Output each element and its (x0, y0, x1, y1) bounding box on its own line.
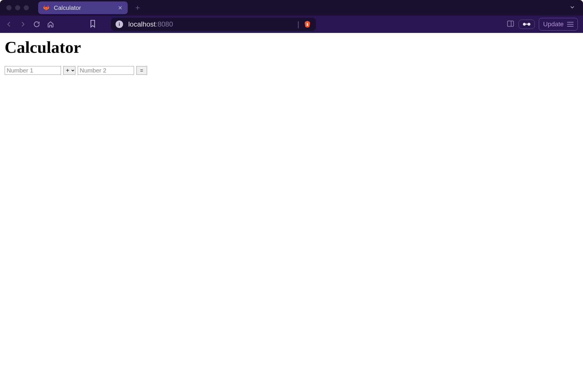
bookmark-button[interactable] (89, 19, 96, 29)
number-2-input[interactable] (78, 66, 134, 75)
new-tab-button[interactable]: + (135, 3, 140, 12)
home-button[interactable] (47, 20, 54, 28)
svg-rect-0 (508, 21, 514, 27)
window-close-button[interactable] (6, 5, 12, 10)
nav-controls (5, 20, 54, 28)
window-maximize-button[interactable] (24, 5, 29, 10)
browser-toolbar: i localhost:8080 | (0, 16, 583, 33)
menu-icon (567, 22, 573, 27)
calculator-form: + = (5, 66, 578, 75)
svg-point-2 (523, 23, 526, 26)
gitlab-icon (43, 4, 50, 11)
operator-select[interactable]: + (63, 66, 75, 75)
tab-close-button[interactable] (117, 5, 123, 11)
tabs-dropdown-button[interactable] (565, 4, 580, 12)
forward-button[interactable] (19, 20, 27, 28)
address-separator: | (297, 20, 299, 29)
sidebar-toggle-button[interactable] (506, 20, 515, 29)
site-info-icon[interactable]: i (116, 20, 123, 28)
reload-button[interactable] (33, 20, 40, 28)
toolbar-right: Update (506, 18, 578, 31)
url-display: localhost:8080 (128, 20, 173, 28)
tab-title: Calculator (54, 4, 113, 11)
address-bar[interactable]: i localhost:8080 | (111, 18, 316, 31)
update-label: Update (543, 20, 564, 28)
svg-point-3 (528, 23, 530, 26)
browser-tab[interactable]: Calculator (38, 1, 128, 14)
url-host: localhost (128, 20, 156, 28)
update-button[interactable]: Update (539, 18, 578, 31)
window-minimize-button[interactable] (15, 5, 20, 10)
svg-rect-4 (526, 24, 528, 25)
titlebar: Calculator + (0, 0, 583, 16)
back-button[interactable] (5, 20, 13, 28)
page-content: Calculator + = (0, 33, 583, 79)
browser-chrome: Calculator + (0, 0, 583, 33)
url-port: :8080 (156, 20, 173, 28)
number-1-input[interactable] (5, 66, 61, 75)
page-title: Calculator (5, 38, 578, 57)
window-controls (3, 5, 32, 10)
brave-shield-icon[interactable] (303, 20, 311, 28)
equals-button[interactable]: = (136, 66, 147, 75)
reader-mode-button[interactable] (519, 20, 535, 29)
address-bar-right: | (297, 20, 311, 29)
